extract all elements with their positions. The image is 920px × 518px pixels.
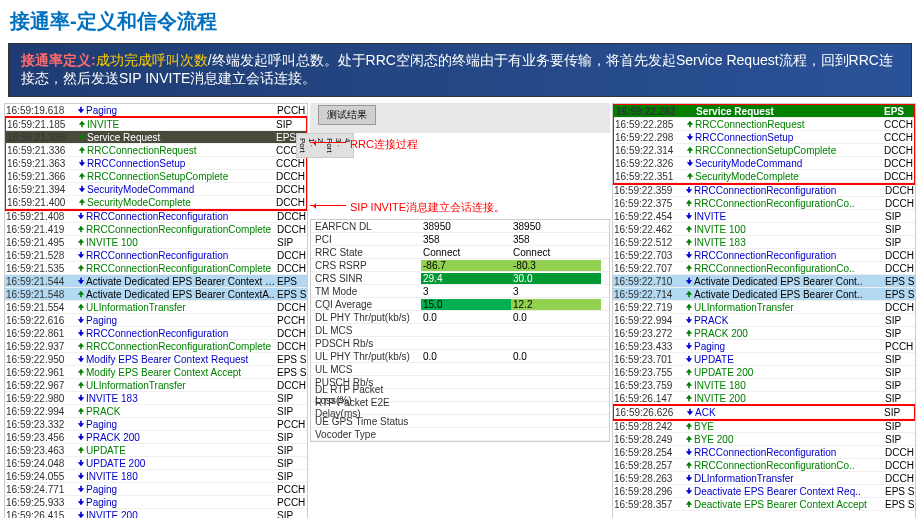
metric-val2: -80.3 <box>511 260 601 271</box>
message: SecurityModeCommand <box>87 184 276 195</box>
log-row[interactable]: 16:59:22.710Activate Dedicated EPS Beare… <box>613 275 915 288</box>
log-row[interactable]: 16:59:22.994PRACKSIP <box>613 314 915 327</box>
log-row[interactable]: 16:59:26.626ACKSIP <box>614 406 914 419</box>
log-row[interactable]: 16:59:22.359RRCConnectionReconfiguration… <box>613 184 915 197</box>
log-row[interactable]: 16:59:23.456PRACK 200SIP <box>5 431 307 444</box>
log-row[interactable]: 16:59:22.994PRACKSIP <box>5 405 307 418</box>
arrow-up-icon <box>77 290 85 298</box>
timestamp: 16:59:21.419 <box>6 224 76 235</box>
metric-row[interactable]: DL PHY Thr/put(kb/s)0.00.0 <box>311 311 609 324</box>
log-row[interactable]: 16:59:21.495INVITE 100SIP <box>5 236 307 249</box>
left-signaling-log[interactable]: 16:59:19.618PagingPCCH16:59:21.185INVITE… <box>4 103 308 518</box>
log-row[interactable]: 16:59:22.967ULInformationTransferDCCH <box>5 379 307 392</box>
log-row[interactable]: 16:59:22.454INVITESIP <box>613 210 915 223</box>
log-row[interactable]: 16:59:22.512INVITE 183SIP <box>613 236 915 249</box>
log-row[interactable]: 16:59:22.285RRCConnectionRequestCCCH <box>614 118 914 131</box>
log-row[interactable]: 16:59:28.254RRCConnectionReconfiguration… <box>613 446 915 459</box>
log-row[interactable]: 16:59:22.714Activate Dedicated EPS Beare… <box>613 288 915 301</box>
log-row[interactable]: 16:59:24.055INVITE 180SIP <box>5 470 307 483</box>
arrow-down-icon <box>685 277 693 285</box>
log-row[interactable]: 16:59:21.185INVITESIP <box>6 118 306 131</box>
arrow-up-icon <box>77 238 85 246</box>
log-row[interactable]: 16:59:28.257RRCConnectionReconfiguration… <box>613 459 915 472</box>
log-row[interactable]: 16:59:24.048UPDATE 200SIP <box>5 457 307 470</box>
metric-row[interactable]: Vocoder Type <box>311 428 609 441</box>
log-row[interactable]: 16:59:23.463UPDATESIP <box>5 444 307 457</box>
metric-row[interactable]: EARFCN DL3895038950 <box>311 220 609 233</box>
log-row[interactable]: 16:59:21.528RRCConnectionReconfiguration… <box>5 249 307 262</box>
channel: SIP <box>885 328 915 339</box>
tab-results[interactable]: 测试结果 <box>318 105 376 125</box>
log-row[interactable]: 16:59:23.755UPDATE 200SIP <box>613 366 915 379</box>
log-row[interactable]: 16:59:26.147INVITE 200SIP <box>613 392 915 405</box>
log-row[interactable]: 16:59:22.961Modify EPS Bearer Context Ac… <box>5 366 307 379</box>
arrow-up-icon <box>77 264 85 272</box>
log-row[interactable]: 16:59:21.554ULInformationTransferDCCH <box>5 301 307 314</box>
log-row[interactable]: 16:59:22.351SecurityModeCompleteDCCH <box>614 170 914 183</box>
metric-row[interactable]: PCI358358 <box>311 233 609 246</box>
log-row[interactable]: 16:59:22.937RRCConnectionReconfiguration… <box>5 340 307 353</box>
message: Activate Dedicated EPS Bearer Cont.. <box>694 276 885 287</box>
log-row[interactable]: 16:59:21.363RRCConnectionSetupCCCH <box>6 157 306 170</box>
log-row[interactable]: 16:59:23.701UPDATESIP <box>613 353 915 366</box>
log-row[interactable]: 16:59:22.375RRCConnectionReconfiguration… <box>613 197 915 210</box>
metric-val1: 15.0 <box>421 299 511 310</box>
metric-row[interactable]: UL MCS <box>311 363 609 376</box>
right-signaling-log[interactable]: 16:59:22.282Service RequestEPS16:59:22.2… <box>613 104 915 518</box>
log-row[interactable]: 16:59:22.298RRCConnectionSetupCCCH <box>614 131 914 144</box>
log-row[interactable]: 16:59:21.548Activate Dedicated EPS Beare… <box>5 288 307 301</box>
channel: PCCH <box>277 315 307 326</box>
log-row[interactable]: 16:59:22.707RRCConnectionReconfiguration… <box>613 262 915 275</box>
log-row[interactable]: 16:59:22.719ULInformationTransferDCCH <box>613 301 915 314</box>
metric-row[interactable]: UL PHY Thr/put(kb/s)0.00.0 <box>311 350 609 363</box>
metric-row[interactable]: RRC StateConnectConnect <box>311 246 609 259</box>
log-row[interactable]: 16:59:21.394SecurityModeCommandDCCH <box>6 183 306 196</box>
log-row[interactable]: 16:59:28.357Deactivate EPS Bearer Contex… <box>613 498 915 511</box>
log-row[interactable]: 16:59:28.263DLInformationTransferDCCH <box>613 472 915 485</box>
metric-row[interactable]: CRS SINR29.430.0 <box>311 272 609 285</box>
channel: SIP <box>885 211 915 222</box>
metric-key: UL PHY Thr/put(kb/s) <box>311 351 421 362</box>
message: Service Request <box>696 106 884 117</box>
log-row[interactable]: 16:59:19.618PagingPCCH <box>5 104 307 117</box>
log-row[interactable]: 16:59:22.314RRCConnectionSetupCompleteDC… <box>614 144 914 157</box>
metric-row[interactable]: RTP Packet E2E Delay(ms) <box>311 402 609 415</box>
metric-row[interactable]: UE GPS Time Status <box>311 415 609 428</box>
log-row[interactable]: 16:59:22.861RRCConnectionReconfiguration… <box>5 327 307 340</box>
log-row[interactable]: 16:59:22.282Service RequestEPS <box>614 105 914 118</box>
log-row[interactable]: 16:59:23.759INVITE 180SIP <box>613 379 915 392</box>
log-row[interactable]: 16:59:21.544Activate Dedicated EPS Beare… <box>5 275 307 288</box>
metric-row[interactable]: CRS RSRP-86.7-80.3 <box>311 259 609 272</box>
log-row[interactable]: 16:59:22.703RRCConnectionReconfiguration… <box>613 249 915 262</box>
log-row[interactable]: 16:59:21.419RRCConnectionReconfiguration… <box>5 223 307 236</box>
log-row[interactable]: 16:59:24.771PagingPCCH <box>5 483 307 496</box>
arrow-up-icon <box>685 238 693 246</box>
log-row[interactable]: 16:59:28.249BYE 200SIP <box>613 433 915 446</box>
log-row[interactable]: 16:59:21.336RRCConnectionRequestCCCH <box>6 144 306 157</box>
log-row[interactable]: 16:59:21.328Service RequestEPS <box>6 131 306 144</box>
metric-row[interactable]: TM Mode33 <box>311 285 609 298</box>
log-row[interactable]: 16:59:23.272PRACK 200SIP <box>613 327 915 340</box>
log-row[interactable]: 16:59:21.400SecurityModeCompleteDCCH <box>6 196 306 209</box>
channel: EPS S <box>885 289 915 300</box>
channel: PCCH <box>277 484 307 495</box>
log-row[interactable]: 16:59:25.933PagingPCCH <box>5 496 307 509</box>
log-row[interactable]: 16:59:23.433PagingPCCH <box>613 340 915 353</box>
log-row[interactable]: 16:59:22.326SecurityModeCommandDCCH <box>614 157 914 170</box>
log-row[interactable]: 16:59:28.242BYESIP <box>613 420 915 433</box>
log-row[interactable]: 16:59:23.332PagingPCCH <box>5 418 307 431</box>
log-row[interactable]: 16:59:22.462INVITE 100SIP <box>613 223 915 236</box>
log-row[interactable]: 16:59:26.415INVITE 200SIP <box>5 509 307 518</box>
log-row[interactable]: 16:59:21.535RRCConnectionReconfiguration… <box>5 262 307 275</box>
metric-row[interactable]: PDSCH Rb/s <box>311 337 609 350</box>
log-row[interactable]: 16:59:22.950Modify EPS Bearer Context Re… <box>5 353 307 366</box>
log-row[interactable]: 16:59:22.616PagingPCCH <box>5 314 307 327</box>
metrics-table[interactable]: EARFCN DL3895038950PCI358358RRC StateCon… <box>310 219 610 442</box>
log-row[interactable]: 16:59:28.296Deactivate EPS Bearer Contex… <box>613 485 915 498</box>
metric-key: TM Mode <box>311 286 421 297</box>
log-row[interactable]: 16:59:21.408RRCConnectionReconfiguration… <box>5 210 307 223</box>
log-row[interactable]: 16:59:21.366RRCConnectionSetupCompleteDC… <box>6 170 306 183</box>
log-row[interactable]: 16:59:22.980INVITE 183SIP <box>5 392 307 405</box>
metric-row[interactable]: DL MCS <box>311 324 609 337</box>
metric-row[interactable]: CQI Average15.012.2 <box>311 298 609 311</box>
